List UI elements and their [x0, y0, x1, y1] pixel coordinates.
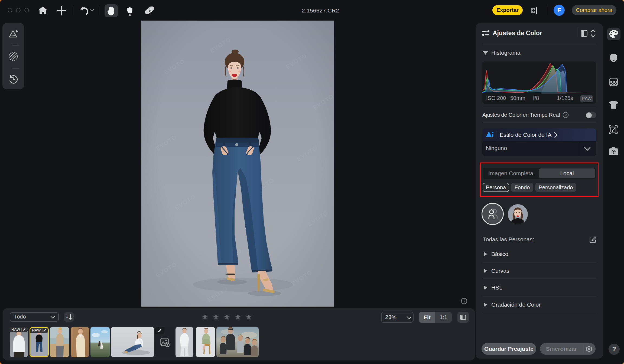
svg-text:?: ?	[565, 113, 567, 117]
